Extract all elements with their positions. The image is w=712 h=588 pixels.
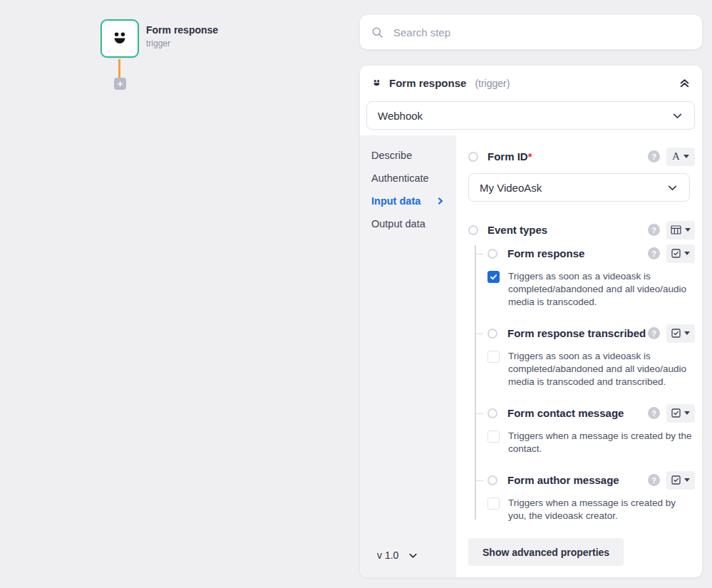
- event-type-section: Form contact message ?: [475, 403, 695, 455]
- caret-down-icon: [684, 252, 690, 255]
- caret-down-icon: [683, 155, 689, 158]
- connection-type-value: Webhook: [378, 110, 423, 122]
- chevron-down-icon: [408, 550, 418, 561]
- event-description: Triggers as soon as a videoask is comple…: [508, 270, 695, 309]
- caret-down-icon: [685, 228, 691, 232]
- required-asterisk: *: [528, 150, 532, 163]
- help-icon[interactable]: ?: [648, 407, 660, 419]
- search-input[interactable]: [393, 26, 691, 38]
- tab-output-data[interactable]: Output data: [360, 212, 456, 235]
- node-title: Form response: [146, 24, 218, 36]
- mapping-circle-icon[interactable]: [487, 329, 497, 339]
- event-description: Triggers as soon as a videoask is comple…: [508, 350, 695, 388]
- videoask-smiley-icon: [109, 28, 130, 49]
- form-id-value: My VideoAsk: [480, 182, 542, 194]
- help-icon[interactable]: ?: [648, 224, 660, 236]
- field-type-dropdown[interactable]: [666, 324, 695, 343]
- checkbox-type-icon: [671, 408, 681, 418]
- event-checkbox[interactable]: [487, 497, 500, 510]
- input-data-form: Form ID* ? A My VideoAsk Event: [456, 135, 702, 577]
- panel-header: Form response (trigger): [360, 66, 702, 100]
- event-checkbox[interactable]: [487, 351, 500, 363]
- tab-authenticate[interactable]: Authenticate: [360, 167, 456, 190]
- checkbox-type-icon: [671, 329, 681, 338]
- form-id-field-row: Form ID* ? A: [468, 147, 695, 166]
- panel-trigger-badge: (trigger): [475, 78, 510, 89]
- event-types-tree: Form response ?: [475, 244, 695, 522]
- workflow-builder: Form response trigger + Form response (t…: [0, 0, 712, 588]
- form-id-select[interactable]: My VideoAsk: [468, 173, 690, 202]
- checkbox-type-icon: [671, 475, 681, 485]
- mapping-circle-icon[interactable]: [468, 225, 478, 235]
- event-types-field-row: Event types ?: [468, 220, 695, 239]
- event-type-section: Form response ?: [475, 244, 695, 309]
- node-subtitle: trigger: [146, 38, 170, 48]
- caret-down-icon: [684, 331, 690, 335]
- chevron-right-icon: [436, 197, 445, 205]
- step-tabs-sidebar: Describe Authenticate Input data Output …: [360, 135, 456, 577]
- field-type-dropdown[interactable]: [666, 244, 695, 263]
- tab-describe[interactable]: Describe: [360, 144, 456, 167]
- event-checkbox[interactable]: [487, 430, 500, 443]
- field-type-dropdown[interactable]: A: [666, 148, 695, 166]
- help-icon[interactable]: ?: [648, 247, 660, 259]
- chevron-down-icon: [666, 182, 679, 194]
- trigger-node[interactable]: [100, 19, 139, 58]
- caret-down-icon: [684, 478, 690, 482]
- event-type-header: Form author message ?: [475, 470, 695, 490]
- mapping-circle-icon[interactable]: [487, 475, 497, 485]
- caret-down-icon: [684, 411, 690, 415]
- event-types-label: Event types: [487, 224, 547, 236]
- field-type-dropdown[interactable]: [666, 471, 695, 490]
- event-checkbox[interactable]: [487, 271, 500, 283]
- event-type-header: Form contact message ?: [475, 403, 695, 423]
- chevron-down-icon: [671, 110, 683, 122]
- checkbox-type-icon: [671, 249, 681, 258]
- search-bar: [360, 15, 702, 49]
- help-icon[interactable]: ?: [648, 327, 660, 339]
- event-type-header: Form response transcribed ?: [475, 324, 695, 343]
- event-description: Triggers when a message is created by yo…: [508, 497, 695, 522]
- mapping-circle-icon[interactable]: [468, 152, 478, 162]
- field-type-dropdown[interactable]: [666, 404, 695, 423]
- tab-input-data[interactable]: Input data: [360, 190, 456, 212]
- field-type-dropdown[interactable]: [666, 221, 695, 239]
- mapping-circle-icon[interactable]: [487, 249, 497, 259]
- panel-title: Form response: [389, 77, 466, 89]
- help-icon[interactable]: ?: [648, 150, 660, 163]
- table-type-icon: [671, 225, 681, 234]
- event-type-section: Form author message ?: [475, 470, 695, 522]
- version-label: v 1.0: [377, 550, 398, 561]
- text-type-icon: A: [672, 151, 680, 162]
- event-description: Triggers when a message is created by th…: [508, 430, 695, 455]
- event-type-header: Form response ?: [475, 244, 695, 263]
- mapping-circle-icon[interactable]: [487, 408, 497, 418]
- event-type-section: Form response transcribed ?: [475, 324, 695, 388]
- form-id-label: Form ID: [487, 150, 528, 163]
- node-connector-line: [118, 59, 120, 78]
- collapse-panel-button[interactable]: [679, 77, 691, 89]
- connection-type-select[interactable]: Webhook: [366, 101, 695, 130]
- videoask-smiley-icon-small: [371, 78, 382, 88]
- show-advanced-properties-button[interactable]: Show advanced properties: [468, 538, 624, 566]
- step-config-panel: Form response (trigger) Webhook Describe: [360, 66, 702, 577]
- search-icon: [371, 26, 383, 38]
- version-selector[interactable]: v 1.0: [377, 550, 418, 561]
- add-step-button[interactable]: +: [114, 78, 126, 90]
- help-icon[interactable]: ?: [648, 474, 660, 486]
